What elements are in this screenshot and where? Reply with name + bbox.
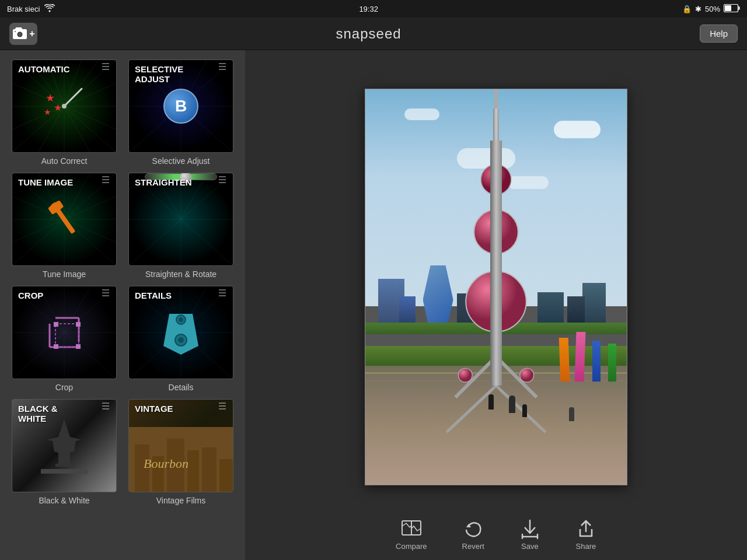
tool-item-bw[interactable]: BLACK &WHITE xyxy=(9,399,119,505)
network-label: Brak sieci xyxy=(7,5,40,13)
svg-rect-102 xyxy=(55,464,73,467)
battery-label: 50% xyxy=(705,5,720,13)
screen-lock-icon: 🔒 xyxy=(682,5,692,13)
wifi-icon xyxy=(44,4,55,14)
page-marks xyxy=(102,400,109,410)
tool-name: Crop xyxy=(55,383,73,392)
tool-name: Auto Correct xyxy=(41,156,88,166)
app-title: snapseed xyxy=(336,26,402,42)
battery-icon xyxy=(724,4,740,14)
svg-point-24 xyxy=(62,104,67,108)
compare-button[interactable]: Compare xyxy=(396,519,427,551)
tool-card-bw[interactable]: BLACK &WHITE xyxy=(12,399,117,492)
tool-card-auto-correct[interactable]: AUTOMATIC ★ ★ ★ xyxy=(12,60,117,153)
svg-rect-82 xyxy=(54,344,58,349)
share-icon xyxy=(575,519,596,540)
svg-point-3 xyxy=(18,33,22,36)
help-button[interactable]: Help xyxy=(700,24,738,43)
tool-name: Details xyxy=(169,383,194,392)
revert-button[interactable]: Revert xyxy=(462,519,484,551)
tool-name: Tune Image xyxy=(43,270,86,279)
photo-panel: Compare Revert xyxy=(245,50,747,560)
page-marks xyxy=(102,173,109,183)
page-marks xyxy=(219,286,226,296)
svg-marker-100 xyxy=(47,419,82,460)
tool-card-title: SELECTIVEADJUST xyxy=(135,65,183,84)
svg-rect-103 xyxy=(41,469,88,474)
svg-text:★: ★ xyxy=(54,103,62,113)
tool-item-crop[interactable]: CROP xyxy=(9,286,119,392)
tool-item-selective-adjust[interactable]: SELECTIVEADJUST B Selective Adjust xyxy=(126,60,236,166)
share-button[interactable]: Share xyxy=(575,519,596,551)
save-button[interactable]: Save xyxy=(519,519,540,551)
tool-card-crop[interactable]: CROP xyxy=(12,286,117,379)
tool-name: Black & White xyxy=(39,496,89,505)
tools-grid: AUTOMATIC ★ ★ ★ xyxy=(9,60,236,505)
camera-button[interactable]: + xyxy=(9,23,37,45)
page-marks xyxy=(102,60,109,70)
status-time: 19:32 xyxy=(359,5,378,13)
tool-item-tune-image[interactable]: TUNE IMAGE xyxy=(9,173,119,279)
tool-item-straighten[interactable]: STRAIGHTEN Straighten & Rotate xyxy=(126,173,236,279)
svg-rect-84 xyxy=(76,344,81,349)
tool-card-title: AUTOMATIC xyxy=(18,65,70,75)
page-marks xyxy=(102,286,109,296)
tool-item-details[interactable]: DETAILS xyxy=(126,286,236,392)
tool-name: Selective Adjust xyxy=(152,156,210,166)
svg-line-119 xyxy=(496,386,546,432)
tool-name: Straighten & Rotate xyxy=(145,270,217,279)
page-marks xyxy=(219,60,226,70)
tool-card-title: TUNE IMAGE xyxy=(18,178,73,188)
tool-card-title: BLACK &WHITE xyxy=(18,404,58,424)
svg-rect-1 xyxy=(725,5,731,11)
photo-content xyxy=(365,89,627,485)
tool-card-title: VINTAGE xyxy=(135,404,173,414)
tool-name: Vintage Films xyxy=(156,496,206,505)
tool-card-straighten[interactable]: STRAIGHTEN xyxy=(128,173,233,266)
tool-card-vintage[interactable]: VINTAGE xyxy=(128,399,233,492)
page-marks xyxy=(219,173,226,183)
svg-point-97 xyxy=(178,337,184,343)
status-bar: Brak sieci 19:32 🔒 ✱ 50% xyxy=(0,0,747,18)
svg-rect-101 xyxy=(58,460,70,464)
tool-card-details[interactable]: DETAILS xyxy=(128,286,233,379)
revert-icon xyxy=(463,519,484,540)
tool-card-title: STRAIGHTEN xyxy=(135,178,192,188)
status-right: 🔒 ✱ 50% xyxy=(682,4,740,14)
svg-point-121 xyxy=(520,368,534,382)
photo-container xyxy=(263,62,729,512)
bluetooth-icon: ✱ xyxy=(695,5,701,13)
tools-panel: AUTOMATIC ★ ★ ★ xyxy=(0,50,245,560)
tool-item-auto-correct[interactable]: AUTOMATIC ★ ★ ★ xyxy=(9,60,119,166)
svg-point-99 xyxy=(179,317,183,322)
tool-item-vintage[interactable]: VINTAGE xyxy=(126,399,236,505)
svg-rect-80 xyxy=(55,324,79,347)
svg-line-65 xyxy=(181,219,233,265)
svg-rect-83 xyxy=(76,322,81,327)
tool-card-title: CROP xyxy=(18,291,43,301)
tool-card-selective-adjust[interactable]: SELECTIVEADJUST B xyxy=(128,60,233,153)
svg-line-63 xyxy=(129,219,181,265)
save-icon xyxy=(519,519,540,540)
compare-label: Compare xyxy=(396,542,427,551)
b-bubble: B xyxy=(163,89,198,124)
compare-icon xyxy=(401,519,422,540)
tool-card-tune-image[interactable]: TUNE IMAGE xyxy=(12,173,117,266)
svg-rect-81 xyxy=(54,322,58,327)
svg-point-120 xyxy=(458,368,472,382)
svg-point-4 xyxy=(15,30,16,32)
page-marks xyxy=(219,400,226,410)
bottom-toolbar: Compare Revert xyxy=(263,512,729,554)
svg-line-23 xyxy=(64,89,82,106)
svg-text:★: ★ xyxy=(44,107,51,117)
main-layout: AUTOMATIC ★ ★ ★ xyxy=(0,50,747,560)
photo-frame xyxy=(365,89,627,485)
svg-text:★: ★ xyxy=(46,92,55,104)
tool-card-title: DETAILS xyxy=(135,291,172,301)
save-label: Save xyxy=(521,542,539,551)
revert-label: Revert xyxy=(462,542,484,551)
svg-text:Bourbon: Bourbon xyxy=(144,456,189,471)
nav-bar: + snapseed Help xyxy=(0,18,747,50)
share-label: Share xyxy=(576,542,596,551)
status-left: Brak sieci xyxy=(7,4,55,14)
